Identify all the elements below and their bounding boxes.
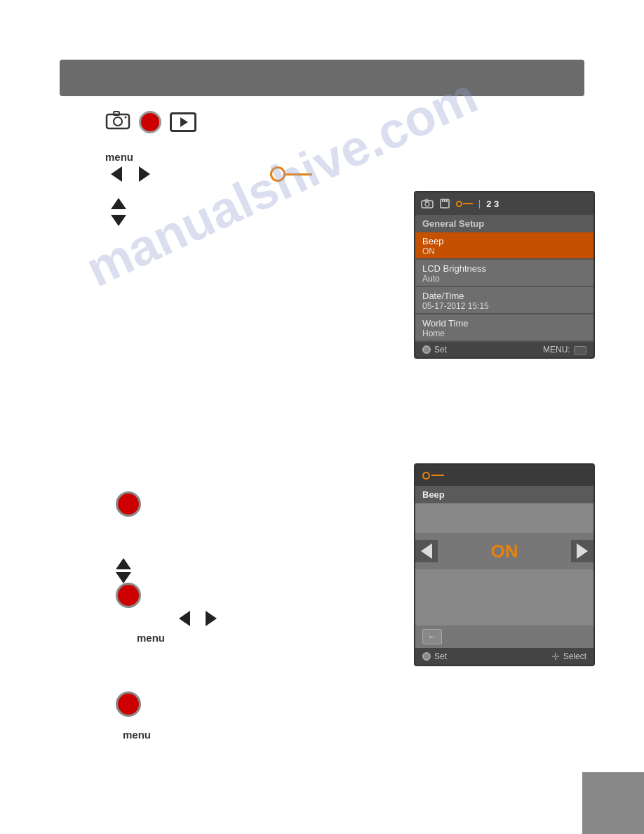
record-button-3[interactable] [116,691,141,717]
nav2-right-arrow[interactable] [206,611,217,626]
screen1-set-dot [422,345,431,354]
nav-ud-arrows [111,198,126,226]
screen2-prev-btn[interactable] [415,540,438,562]
screen1-set-btn[interactable]: Set [422,345,447,355]
screen1-row-worldtime[interactable]: World Time Home [415,315,593,340]
nav2-ud-arrows [116,558,131,583]
nav-right-arrow[interactable] [139,166,150,182]
screen1-set-label: Set [434,345,447,355]
mode-icons-row [105,109,196,135]
record-mode-icon[interactable] [139,111,161,133]
screen2-select-btn[interactable]: ✛ Select [551,651,586,662]
screen2-footer: Set ✛ Select [415,648,593,665]
svg-rect-2 [114,112,119,115]
screen1-datetime-value: 05-17-2012 15:15 [422,301,586,311]
screen1-numbers: 2 3 [486,199,499,209]
nav2-left-arrow[interactable] [179,611,190,626]
play-mode-icon[interactable] [170,112,196,132]
screen1-footer: Set MENU: [415,342,593,357]
screen1-beep-label: Beep [422,236,586,246]
screen1-setup-icon [456,201,473,207]
screen2-value: ON [438,541,571,562]
svg-point-3 [125,117,127,119]
screen1-worldtime-label: World Time [422,318,586,329]
nav-up-arrow[interactable] [111,198,126,209]
nav-left-arrow[interactable] [111,166,122,182]
screen2-set-btn[interactable]: Set [422,651,447,661]
screen1-datetime-label: Date/Time [422,291,586,301]
screen2-select-label: Select [563,651,586,661]
screen2-back-row: ← [415,626,593,648]
screen2-set-dot [422,652,431,661]
svg-rect-10 [446,199,448,202]
screen1-camera-icon [421,199,434,208]
top-bar [60,60,584,96]
screen1-worldtime-value: Home [422,329,586,338]
screen1-menu-label: MENU: [543,345,586,355]
screen2-set-label: Set [434,651,447,661]
svg-rect-9 [444,199,445,202]
screen1-lcd-label: LCD Brightness [422,263,586,274]
nav2-lr-arrows [179,611,217,626]
record-button-1[interactable] [116,491,141,517]
screen2-select-icon: ✛ [551,651,560,662]
nav-lr-arrows [111,166,150,182]
screen2-value-row: ON [415,533,593,569]
svg-rect-8 [442,199,443,202]
svg-point-1 [114,117,122,126]
camera-mode-icon[interactable] [105,109,130,135]
screen2-empty-top [415,503,593,533]
screen1-row-beep[interactable]: Beep ON [415,232,593,258]
screen2-header [415,465,593,486]
screen1-header: | 2 3 [415,192,593,215]
screen2-title: Beep [415,486,593,503]
screen1-separator: | [478,199,481,208]
screen1-row-datetime[interactable]: Date/Time 05-17-2012 15:15 [415,287,593,313]
bottom-right-decoration [582,772,644,834]
camera-screen-2: Beep ON ← Set ✛ Select [414,463,595,666]
screen1-row-lcd[interactable]: LCD Brightness Auto [415,260,593,286]
screen1-title: General Setup [415,215,593,232]
screen2-next-btn[interactable] [571,540,593,562]
screen2-back-btn[interactable]: ← [422,629,442,644]
screen2-empty-bottom [415,569,593,626]
menu-label-1: menu [105,151,133,163]
screen2-setup-icon [422,472,444,479]
screen1-lcd-value: Auto [422,274,586,284]
nav2-down-arrow[interactable] [116,572,131,583]
camera-screen-1: | 2 3 General Setup Beep ON LCD Brightne… [414,191,595,359]
svg-point-5 [425,202,429,206]
menu-label-2: menu [137,632,165,644]
nav2-up-arrow[interactable] [116,558,131,569]
screen2-back-icon: ← [427,631,437,642]
menu-label-3: menu [123,729,151,741]
screen1-beep-value: ON [422,246,586,256]
screen1-memory-icon [439,199,450,208]
record-button-2[interactable] [116,583,141,608]
